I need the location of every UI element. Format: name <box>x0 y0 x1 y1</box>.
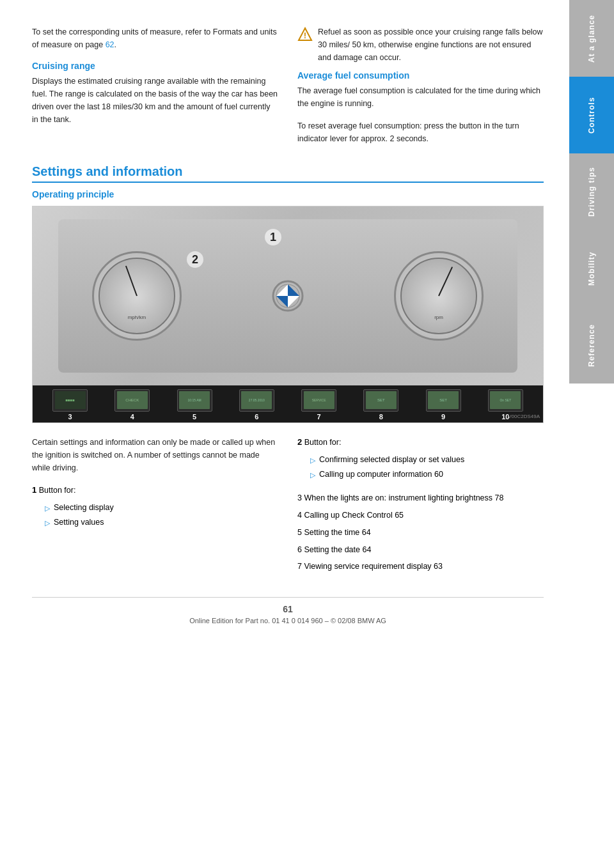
top-left: To set the corresponding units of measur… <box>32 26 278 145</box>
bullet-confirming: ▷ Confirming selected display or set val… <box>310 454 544 466</box>
display-inner-6: 27.05.2010 <box>241 391 272 409</box>
page-number: 61 <box>32 604 544 614</box>
display-unit-9: SET 9 <box>426 389 461 421</box>
arrow-icon-3: ▷ <box>310 455 315 466</box>
item-7: 7 Viewing service requirement display 63 <box>297 561 544 573</box>
display-screen-10: On SET <box>488 389 523 412</box>
item-1-number: 1 <box>32 485 36 495</box>
display-unit-8: SET 8 <box>363 389 398 421</box>
display-screen-3: ■■■■ <box>52 389 88 412</box>
dashboard-image: mph/km 1 2 <box>32 206 544 423</box>
display-num-6: 6 <box>255 413 258 421</box>
svg-text:!: ! <box>304 31 306 40</box>
setting-values-text: Setting values <box>54 516 104 529</box>
avg-fuel-text2: To reset average fuel consumption: press… <box>297 120 544 145</box>
item-6: 6 Setting the date 64 <box>297 544 544 556</box>
warning-icon: ! <box>297 27 313 42</box>
item-7-text: 7 Viewing service requirement display 63 <box>297 562 443 571</box>
operating-principle-title: Operating principle <box>32 189 544 199</box>
col-left: Certain settings and information can onl… <box>32 436 278 578</box>
display-inner-3: ■■■■ <box>55 391 86 409</box>
page-container: To set the corresponding units of measur… <box>0 0 614 868</box>
bottom-displays: ■■■■ 3 CHECK 4 10:15 AM 5 <box>33 385 543 423</box>
display-screen-9: SET <box>426 389 461 412</box>
display-num-7: 7 <box>317 413 321 421</box>
columns-bottom: Certain settings and information can onl… <box>32 436 544 578</box>
item-2-title: Button for: <box>304 438 342 447</box>
center-area <box>249 258 326 334</box>
settings-title: Settings and information <box>32 164 544 183</box>
warning-box: ! Refuel as soon as possible once your c… <box>297 26 544 64</box>
display-screen-7: SERVICE <box>301 389 336 412</box>
avg-fuel-heading: Average fuel consumption <box>297 70 544 81</box>
sidebar: At a glance Controls Driving tips Mobili… <box>569 0 614 868</box>
bmw-logo <box>272 280 304 312</box>
right-gauge: rpm <box>394 251 484 341</box>
sidebar-tab-controls[interactable]: Controls <box>569 77 614 153</box>
col-right: 2 Button for: ▷ Confirming selected disp… <box>297 436 544 578</box>
cruising-range-heading: Cruising range <box>32 61 278 71</box>
item-5: 5 Setting the time 64 <box>297 527 544 539</box>
item-2: 2 Button for: <box>297 436 544 449</box>
intro-text: To set the corresponding units of measur… <box>32 26 278 51</box>
display-unit-5: 10:15 AM 5 <box>177 389 212 421</box>
display-num-3: 3 <box>68 413 72 421</box>
selecting-display-text: Selecting display <box>54 502 114 514</box>
display-unit-3: ■■■■ 3 <box>52 389 88 421</box>
display-inner-9: SET <box>428 391 459 409</box>
item-6-text: 6 Setting the date 64 <box>297 545 371 554</box>
gauge-area: mph/km 1 2 <box>58 219 517 373</box>
arrow-icon-2: ▷ <box>45 518 50 529</box>
item-3-text: 3 When the lights are on: instrument lig… <box>297 493 503 502</box>
display-screen-6: 27.05.2010 <box>239 389 274 412</box>
confirming-text: Confirming selected display or set value… <box>319 454 464 466</box>
page-footer: 61 Online Edition for Part no. 01 41 0 0… <box>32 597 544 624</box>
warning-text: Refuel as soon as possible once your cru… <box>318 26 544 64</box>
left-gauge: mph/km <box>92 251 182 341</box>
display-num-4: 4 <box>130 413 134 421</box>
item-4: 4 Calling up Check Control 65 <box>297 509 544 522</box>
sidebar-tab-reference[interactable]: Reference <box>569 307 614 384</box>
sidebar-tab-at-a-glance[interactable]: At a glance <box>569 0 614 77</box>
display-unit-4: CHECK 4 <box>114 389 150 421</box>
display-screen-5: 10:15 AM <box>177 389 212 412</box>
item-2-number: 2 <box>297 437 302 447</box>
label-1: 1 <box>265 229 281 245</box>
top-right: ! Refuel as soon as possible once your c… <box>297 26 544 145</box>
sidebar-tab-mobility[interactable]: Mobility <box>569 230 614 307</box>
edition-text: Online Edition for Part no. 01 41 0 014 … <box>32 617 544 624</box>
display-unit-7: SERVICE 7 <box>301 389 336 421</box>
arrow-icon-4: ▷ <box>310 470 315 481</box>
item-1-title: Button for: <box>39 486 76 495</box>
item-5-text: 5 Setting the time 64 <box>297 528 371 537</box>
avg-fuel-text1: The average fuel consumption is calculat… <box>297 84 544 110</box>
item-3: 3 When the lights are on: instrument lig… <box>297 492 544 504</box>
display-inner-10: On SET <box>490 391 521 409</box>
bullet-calling-computer: ▷ Calling up computer information 60 <box>310 469 544 481</box>
display-inner-8: SET <box>366 391 397 409</box>
display-unit-6: 27.05.2010 6 <box>239 389 274 421</box>
cruising-range-text: Displays the estimated cruising range av… <box>32 75 278 126</box>
display-inner-5: 10:15 AM <box>179 391 210 409</box>
item-4-text: 4 Calling up Check Control 65 <box>297 511 404 520</box>
item-1: 1 Button for: <box>32 484 278 497</box>
image-watermark: V00C2DS49A <box>508 414 540 419</box>
main-content: To set the corresponding units of measur… <box>0 0 569 868</box>
arrow-icon-1: ▷ <box>45 503 50 514</box>
bullet-setting-values: ▷ Setting values <box>45 516 278 529</box>
calling-computer-text: Calling up computer information 60 <box>319 469 443 481</box>
label-2: 2 <box>187 251 203 268</box>
display-screen-8: SET <box>363 389 398 412</box>
bullet-selecting-display: ▷ Selecting display <box>45 502 278 514</box>
dashboard-inner: mph/km 1 2 <box>33 206 543 385</box>
display-inner-4: CHECK <box>117 391 148 409</box>
display-num-9: 9 <box>441 413 445 421</box>
display-screen-4: CHECK <box>114 389 150 412</box>
top-section: To set the corresponding units of measur… <box>32 26 544 145</box>
display-num-5: 5 <box>193 413 196 421</box>
sidebar-tab-driving-tips[interactable]: Driving tips <box>569 153 614 230</box>
page-link-62[interactable]: 62 <box>106 40 114 49</box>
display-num-8: 8 <box>379 413 383 421</box>
col-left-intro: Certain settings and information can onl… <box>32 436 278 474</box>
display-inner-7: SERVICE <box>304 391 335 409</box>
